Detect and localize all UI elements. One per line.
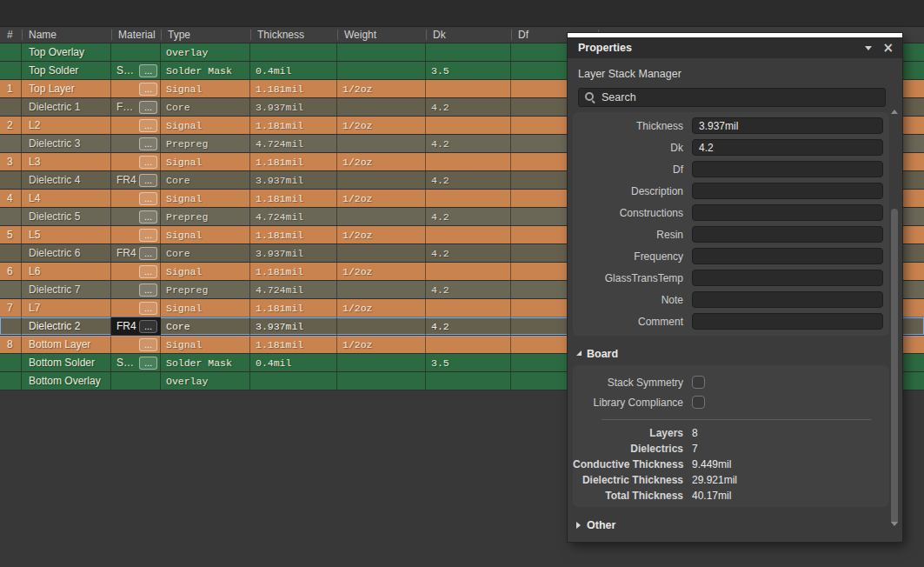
cell-dk[interactable] — [426, 372, 511, 390]
cell-thickness[interactable]: 1.181mil — [250, 153, 337, 170]
cell-weight[interactable]: 1/2oz — [337, 226, 426, 243]
cell-weight[interactable] — [337, 62, 426, 79]
cell-index[interactable]: 6 — [0, 263, 22, 280]
cell-dk[interactable]: 3.5 — [426, 62, 511, 79]
material-more-button[interactable]: ... — [139, 265, 157, 278]
material-more-button[interactable]: ... — [139, 210, 157, 223]
cell-weight[interactable] — [337, 317, 426, 335]
cell-type[interactable]: Signal — [161, 336, 250, 353]
close-icon[interactable]: × — [882, 42, 894, 55]
cell-index[interactable] — [0, 135, 22, 152]
cell-dk[interactable] — [426, 226, 511, 243]
cell-name[interactable]: Top Layer — [22, 80, 111, 97]
cell-type[interactable]: Signal — [161, 226, 250, 243]
cell-index[interactable] — [0, 171, 22, 189]
cell-name[interactable]: Dielectric 3 — [22, 135, 111, 152]
cell-type[interactable]: Overlay — [161, 43, 250, 61]
cell-dk[interactable]: 4.2 — [426, 244, 511, 262]
cell-type[interactable]: Prepreg — [161, 208, 250, 225]
cell-index[interactable] — [0, 354, 22, 371]
cell-weight[interactable] — [337, 135, 426, 152]
cell-index[interactable]: 4 — [0, 190, 22, 207]
cell-name[interactable]: Dielectric 1 — [22, 98, 111, 116]
cell-type[interactable]: Overlay — [161, 372, 250, 390]
cell-material[interactable] — [111, 372, 161, 390]
material-more-button[interactable]: ... — [139, 229, 157, 242]
cell-index[interactable]: 5 — [0, 226, 22, 243]
column-header-type[interactable]: Type — [161, 27, 250, 43]
cell-dk[interactable] — [426, 117, 511, 134]
cell-weight[interactable] — [337, 281, 426, 298]
cell-type[interactable]: Solder Mask — [161, 354, 250, 371]
cell-name[interactable]: Bottom Overlay — [22, 372, 111, 390]
cell-name[interactable]: L6 — [22, 263, 111, 280]
cell-material[interactable]: FR-4... — [111, 98, 161, 116]
cell-index[interactable]: 2 — [0, 117, 22, 134]
cell-thickness[interactable]: 0.4mil — [250, 354, 337, 371]
panel-scrollbar[interactable] — [890, 108, 900, 528]
cell-index[interactable] — [0, 208, 22, 225]
cell-dk[interactable]: 3.5 — [426, 354, 511, 371]
material-more-button[interactable]: ... — [139, 284, 157, 297]
cell-name[interactable]: L3 — [22, 153, 111, 170]
scroll-down-icon[interactable] — [891, 522, 898, 526]
cell-weight[interactable]: 1/2oz — [337, 190, 426, 207]
cell-dk[interactable]: 4.2 — [426, 208, 511, 225]
cell-dk[interactable] — [426, 190, 511, 207]
cell-name[interactable]: L4 — [22, 190, 111, 207]
cell-index[interactable]: 8 — [0, 336, 22, 353]
cell-type[interactable]: Prepreg — [161, 135, 250, 152]
search-box[interactable] — [578, 88, 886, 107]
cell-type[interactable]: Signal — [161, 153, 250, 170]
cell-weight[interactable]: 1/2oz — [337, 117, 426, 134]
cell-weight[interactable] — [337, 208, 426, 225]
cell-material[interactable]: ... — [111, 80, 161, 97]
field-input-thickness[interactable] — [692, 117, 883, 134]
cell-name[interactable]: Dielectric 6 — [22, 244, 111, 262]
cell-type[interactable]: Signal — [161, 80, 250, 97]
field-input-dk[interactable] — [692, 139, 883, 156]
cell-dk[interactable] — [426, 153, 511, 170]
cell-dk[interactable]: 4.2 — [426, 281, 511, 298]
cell-weight[interactable] — [337, 98, 426, 116]
cell-type[interactable]: Solder Mask — [161, 62, 250, 79]
material-more-button[interactable]: ... — [139, 357, 157, 370]
cell-weight[interactable] — [337, 354, 426, 371]
material-more-button[interactable]: ... — [139, 119, 157, 132]
cell-thickness[interactable] — [250, 43, 337, 61]
cell-name[interactable]: Dielectric 4 — [22, 171, 111, 189]
cell-index[interactable]: 3 — [0, 153, 22, 170]
material-more-button[interactable]: ... — [139, 137, 157, 150]
column-header-dk[interactable]: Dk — [426, 27, 511, 43]
column-header-material[interactable]: Material — [111, 27, 161, 43]
material-more-button[interactable]: ... — [139, 101, 157, 114]
column-header-num[interactable]: # — [0, 27, 22, 43]
cell-weight[interactable]: 1/2oz — [337, 263, 426, 280]
cell-material[interactable]: Sold...... — [111, 62, 161, 79]
field-input-glasstranstemp[interactable] — [692, 270, 883, 286]
cell-thickness[interactable]: 3.937mil — [250, 244, 337, 262]
cell-index[interactable]: 1 — [0, 80, 22, 97]
cell-type[interactable]: Core — [161, 171, 250, 189]
cell-dk[interactable] — [426, 336, 511, 353]
cell-type[interactable]: Core — [161, 244, 250, 262]
cell-index[interactable] — [0, 98, 22, 116]
cell-type[interactable]: Signal — [161, 117, 250, 134]
cell-dk[interactable]: 4.2 — [426, 171, 511, 189]
material-more-button[interactable]: ... — [139, 320, 157, 333]
field-input-df[interactable] — [692, 161, 883, 177]
field-input-resin[interactable] — [692, 226, 883, 243]
cell-index[interactable]: 7 — [0, 299, 22, 317]
cell-type[interactable]: Core — [161, 98, 250, 116]
scroll-up-icon[interactable] — [891, 110, 898, 114]
cell-weight[interactable] — [337, 171, 426, 189]
cell-material[interactable]: FR4... — [111, 317, 161, 335]
column-header-thickness[interactable]: Thickness — [250, 27, 337, 43]
cell-material[interactable]: ... — [111, 263, 161, 280]
scrollbar-thumb[interactable] — [891, 209, 898, 524]
column-header-weight[interactable]: Weight — [337, 27, 426, 43]
cell-type[interactable]: Signal — [161, 190, 250, 207]
field-input-frequency[interactable] — [692, 248, 883, 264]
cell-dk[interactable] — [426, 43, 511, 61]
section-other[interactable]: Other — [576, 519, 902, 531]
